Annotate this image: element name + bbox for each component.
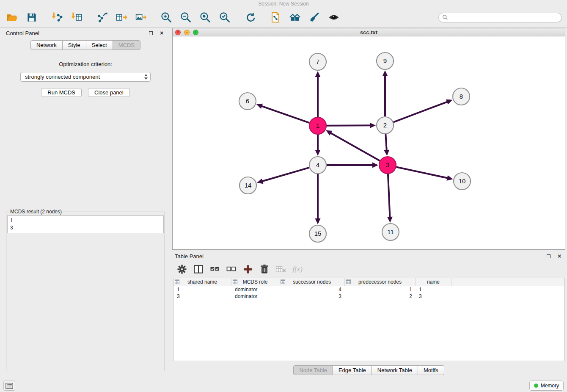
zoom-fit-icon[interactable] xyxy=(198,10,212,25)
paintbrush-icon[interactable] xyxy=(307,10,322,25)
memory-button[interactable]: Memory xyxy=(529,381,564,391)
zoom-selected-icon[interactable] xyxy=(217,10,232,25)
graph-edge-4-15[interactable] xyxy=(315,174,321,224)
export-table-icon[interactable] xyxy=(114,10,129,25)
document-network-icon[interactable] xyxy=(268,10,283,25)
minimize-window-button[interactable]: − xyxy=(184,30,190,35)
graph-edge-1-2[interactable] xyxy=(327,123,376,128)
select-all-icon[interactable] xyxy=(209,263,221,276)
close-panel-button[interactable]: Close panel xyxy=(88,88,130,97)
criterion-dropdown[interactable]: strongly connected component xyxy=(20,72,151,82)
column-edit-icon xyxy=(346,279,351,284)
float-panel-icon[interactable] xyxy=(147,30,154,36)
eye-icon[interactable] xyxy=(327,10,341,25)
graph-edge-2-3[interactable] xyxy=(384,134,389,156)
column-header-shared-name[interactable]: shared name xyxy=(173,278,231,286)
svg-text:9: 9 xyxy=(383,57,387,64)
graph-node-7[interactable]: 7 xyxy=(309,53,326,70)
run-mcds-button[interactable]: Run MCDS xyxy=(41,88,82,97)
search-box[interactable] xyxy=(438,13,562,22)
tab-mcds[interactable]: MCDS xyxy=(113,40,140,50)
graph-node-4[interactable]: 4 xyxy=(309,157,326,174)
mcds-tab-content: Optimization criterion: strongly connect… xyxy=(3,50,168,376)
graph-edge-4-3[interactable] xyxy=(327,163,378,168)
add-row-icon[interactable] xyxy=(242,263,254,276)
export-network-icon[interactable] xyxy=(95,10,109,25)
refresh-view-icon[interactable] xyxy=(243,10,257,25)
memory-button-label: Memory xyxy=(541,383,559,389)
show-columns-icon[interactable] xyxy=(192,263,205,276)
zoom-out-icon[interactable] xyxy=(179,10,193,25)
table-settings-icon[interactable] xyxy=(176,263,188,276)
automation-panel-button[interactable] xyxy=(3,381,15,391)
close-control-panel-icon[interactable]: × xyxy=(158,30,165,36)
table-panel-title: Table Panel xyxy=(175,253,541,259)
graph-node-15[interactable]: 15 xyxy=(309,225,326,242)
save-session-icon[interactable] xyxy=(25,10,39,25)
close-table-panel-icon[interactable]: × xyxy=(556,253,563,259)
graph-node-3[interactable]: 3 xyxy=(379,157,396,174)
graph-node-6[interactable]: 6 xyxy=(239,93,256,110)
column-header-successor-nodes[interactable]: successor nodes xyxy=(279,278,345,286)
table-cell: dominator xyxy=(231,293,279,299)
import-table-icon[interactable] xyxy=(69,10,84,25)
svg-text:10: 10 xyxy=(459,177,466,185)
function-builder-icon[interactable]: f(x) xyxy=(291,263,304,276)
svg-text:15: 15 xyxy=(314,230,322,237)
tab-network[interactable]: Network xyxy=(30,40,63,50)
table-tab-edge-table[interactable]: Edge Table xyxy=(333,365,372,375)
clear-selection-icon[interactable] xyxy=(225,263,238,276)
open-session-icon[interactable] xyxy=(5,10,19,25)
control-panel-tabs: NetworkStyleSelectMCDS xyxy=(3,40,168,50)
table-cell: 3 xyxy=(173,293,231,299)
graph-node-9[interactable]: 9 xyxy=(377,52,394,69)
svg-text:6: 6 xyxy=(246,97,249,105)
column-label: shared name xyxy=(187,279,217,285)
graph-edge-2-8[interactable] xyxy=(394,99,453,122)
tab-select[interactable]: Select xyxy=(86,40,113,50)
table-row[interactable]: 3dominator323 xyxy=(173,293,564,300)
search-input[interactable] xyxy=(450,14,558,20)
network-window-titlebar: ×−+ scc.txt xyxy=(173,28,565,36)
houses-icon[interactable] xyxy=(288,10,302,25)
graph-edge-3-10[interactable] xyxy=(396,167,453,180)
column-header-name[interactable]: name xyxy=(416,278,451,286)
graph-node-1[interactable]: 1 xyxy=(309,117,326,134)
control-panel: Control Panel × NetworkStyleSelectMCDS O… xyxy=(3,28,168,376)
graph-edge-4-14[interactable] xyxy=(257,168,309,184)
export-image-icon[interactable] xyxy=(134,10,148,25)
table-tab-motifs[interactable]: Motifs xyxy=(418,365,444,375)
column-header-MCDS-role[interactable]: MCDS role xyxy=(231,278,279,286)
delete-icon[interactable] xyxy=(258,263,271,276)
graph-edge-1-4[interactable] xyxy=(315,135,321,156)
close-window-button[interactable]: × xyxy=(175,30,181,35)
import-network-icon[interactable] xyxy=(50,10,64,25)
svg-text:14: 14 xyxy=(245,182,252,189)
delete-column-icon[interactable] xyxy=(275,263,287,276)
float-table-panel-icon[interactable] xyxy=(545,253,552,259)
table-tab-node-table[interactable]: Node Table xyxy=(293,365,333,375)
graph-edge-2-9[interactable] xyxy=(383,70,388,116)
zoom-window-button[interactable]: + xyxy=(193,30,198,35)
graph-node-11[interactable]: 11 xyxy=(382,224,399,240)
memory-status-dot xyxy=(534,384,538,388)
graph-node-14[interactable]: 14 xyxy=(239,177,256,194)
graph-edge-1-7[interactable] xyxy=(315,71,321,117)
window-titlebar: Session: New Session xyxy=(0,0,567,8)
table-cell: 1 xyxy=(345,287,416,293)
toolbar-group xyxy=(268,10,341,25)
graph-edge-3-1[interactable] xyxy=(326,130,380,161)
graph-edge-3-11[interactable] xyxy=(387,174,393,223)
table-tab-network-table[interactable]: Network Table xyxy=(372,365,418,375)
column-edit-icon xyxy=(281,279,285,284)
graph-node-2[interactable]: 2 xyxy=(377,117,394,134)
zoom-in-icon[interactable] xyxy=(159,10,173,25)
column-header-predecessor-nodes[interactable]: predecessor nodes xyxy=(345,278,416,286)
tab-style[interactable]: Style xyxy=(62,40,86,50)
network-canvas[interactable]: 7968124314101511 xyxy=(173,36,565,249)
graph-node-8[interactable]: 8 xyxy=(453,88,470,105)
table-row[interactable]: 1dominator411 xyxy=(173,286,564,293)
svg-text:1: 1 xyxy=(316,122,319,129)
graph-edge-1-6[interactable] xyxy=(256,104,309,123)
graph-node-10[interactable]: 10 xyxy=(454,173,471,190)
